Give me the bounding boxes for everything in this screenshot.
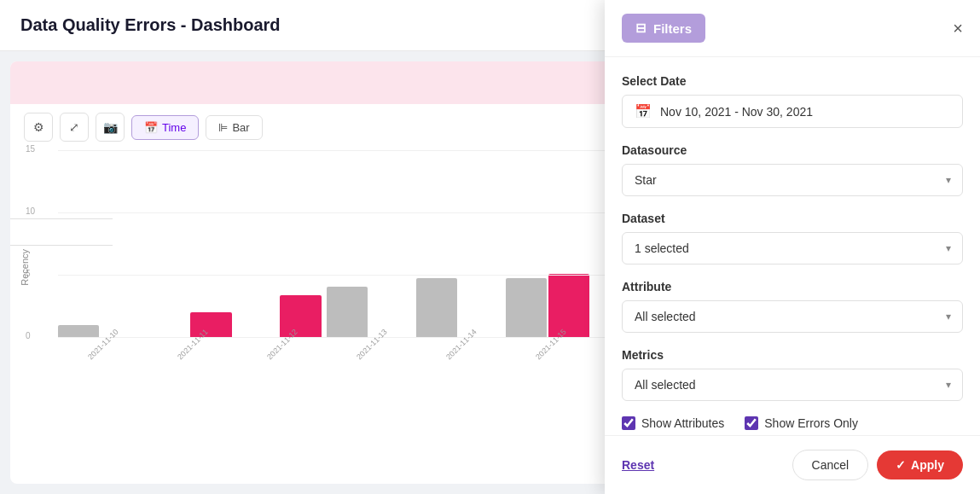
metrics-select[interactable]: All selected bbox=[622, 369, 963, 401]
show-errors-only-checkbox-label[interactable]: Show Errors Only bbox=[745, 416, 858, 430]
checkboxes-row: Show Attributes Show Errors Only bbox=[622, 416, 963, 430]
filters-footer: Reset Cancel ✓ Apply bbox=[605, 435, 980, 494]
show-attributes-checkbox[interactable] bbox=[622, 416, 635, 430]
date-picker-button[interactable]: 📅 Nov 10, 2021 - Nov 30, 2021 bbox=[622, 95, 963, 128]
bar-tab-icon: ⊫ bbox=[218, 121, 228, 134]
apply-button[interactable]: ✓ Apply bbox=[877, 450, 963, 479]
filters-panel-header: ⊟ Filters × bbox=[605, 0, 980, 57]
attribute-select-wrapper: All selected bbox=[622, 300, 963, 333]
checkmark-icon: ✓ bbox=[896, 458, 906, 472]
apply-label: Apply bbox=[911, 458, 944, 472]
bar-tab[interactable]: ⊫ Bar bbox=[206, 115, 262, 140]
filters-title-button[interactable]: ⊟ Filters bbox=[622, 14, 705, 43]
show-attributes-label: Show Attributes bbox=[641, 416, 724, 430]
bar-group-5 bbox=[416, 278, 501, 338]
attribute-filter-group: Attribute All selected bbox=[622, 280, 963, 333]
dataset-select-wrapper: 1 selected bbox=[622, 232, 963, 264]
datasource-select-wrapper: Star bbox=[622, 164, 963, 196]
filters-title-label: Filters bbox=[653, 21, 692, 36]
time-tab-icon: 📅 bbox=[144, 121, 158, 134]
datasource-label: Datasource bbox=[622, 143, 963, 157]
metrics-select-wrapper: All selected bbox=[622, 369, 963, 401]
metrics-label: Metrics bbox=[622, 348, 963, 362]
filters-body: Select Date 📅 Nov 10, 2021 - Nov 30, 202… bbox=[605, 57, 980, 435]
close-button[interactable]: × bbox=[953, 20, 963, 37]
settings-icon-button[interactable]: ⚙ bbox=[24, 113, 53, 142]
filters-panel: ⊟ Filters × Select Date 📅 Nov 10, 2021 -… bbox=[605, 0, 980, 494]
date-value: Nov 10, 2021 - Nov 30, 2021 bbox=[660, 105, 813, 119]
metrics-filter-group: Metrics All selected bbox=[622, 348, 963, 401]
camera-icon-button[interactable]: 📷 bbox=[96, 113, 125, 142]
datasource-select[interactable]: Star bbox=[622, 164, 963, 196]
bar bbox=[416, 278, 457, 338]
footer-right: Cancel ✓ Apply bbox=[792, 450, 963, 480]
show-errors-only-checkbox[interactable] bbox=[745, 416, 758, 430]
show-errors-only-label: Show Errors Only bbox=[764, 416, 858, 430]
attribute-label: Attribute bbox=[622, 280, 963, 293]
date-filter-group: Select Date 📅 Nov 10, 2021 - Nov 30, 202… bbox=[622, 74, 963, 128]
y-axis-label: Recency bbox=[20, 249, 30, 286]
attribute-select[interactable]: All selected bbox=[622, 300, 963, 333]
time-tab-label: Time bbox=[162, 121, 186, 134]
bar-group-6 bbox=[506, 274, 590, 338]
bar bbox=[327, 287, 368, 338]
datasource-filter-group: Datasource Star bbox=[622, 143, 963, 196]
bar bbox=[506, 278, 547, 338]
calendar-icon: 📅 bbox=[635, 103, 652, 119]
page-title: Data Quality Errors - Dashboard bbox=[20, 15, 281, 34]
show-attributes-checkbox-label[interactable]: Show Attributes bbox=[622, 416, 724, 430]
dataset-select[interactable]: 1 selected bbox=[622, 232, 963, 264]
date-filter-label: Select Date bbox=[622, 74, 963, 88]
bar-tab-label: Bar bbox=[232, 121, 249, 134]
bar bbox=[58, 325, 99, 338]
dataset-label: Dataset bbox=[622, 212, 963, 225]
bar-group-1 bbox=[58, 325, 142, 338]
cancel-button[interactable]: Cancel bbox=[792, 450, 869, 480]
dashboard: Data Quality Errors - Dashboard ⚙ ⤢ 📷 📅 … bbox=[0, 0, 980, 494]
dataset-filter-group: Dataset 1 selected bbox=[622, 212, 963, 264]
filters-icon: ⊟ bbox=[635, 20, 647, 36]
time-tab[interactable]: 📅 Time bbox=[131, 115, 199, 140]
expand-icon-button[interactable]: ⤢ bbox=[60, 113, 89, 142]
reset-button[interactable]: Reset bbox=[622, 458, 654, 472]
